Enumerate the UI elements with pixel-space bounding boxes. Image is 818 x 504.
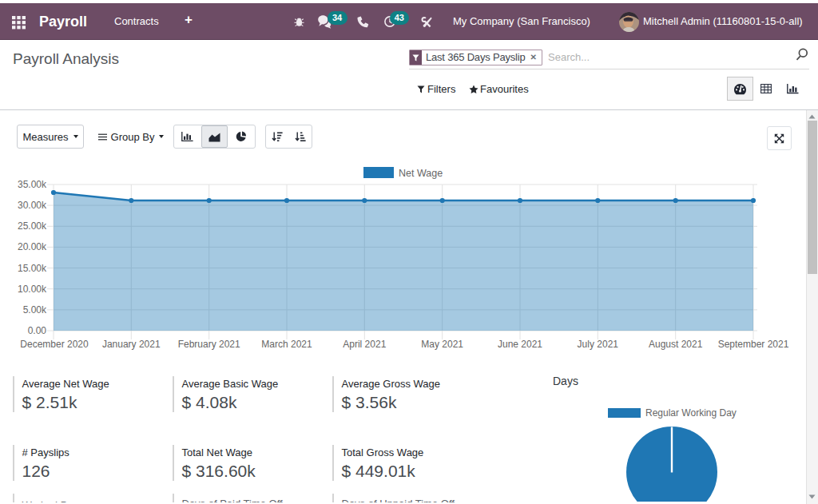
svg-text:January 2021: January 2021 (102, 339, 161, 350)
svg-text:20.00k: 20.00k (18, 241, 47, 252)
svg-text:March 2021: March 2021 (261, 339, 312, 350)
svg-text:April 2021: April 2021 (343, 339, 386, 350)
svg-text:July 2021: July 2021 (578, 339, 619, 350)
svg-text:June 2021: June 2021 (498, 339, 542, 350)
svg-text:August 2021: August 2021 (649, 339, 703, 350)
svg-text:September 2021: September 2021 (718, 339, 789, 350)
svg-text:35.00k: 35.00k (18, 179, 47, 190)
svg-text:December 2020: December 2020 (20, 339, 89, 350)
svg-text:30.00k: 30.00k (18, 200, 47, 211)
svg-text:15.00k: 15.00k (18, 263, 47, 274)
svg-text:May 2021: May 2021 (421, 339, 463, 350)
svg-text:Net Wage: Net Wage (399, 168, 443, 179)
svg-text:February 2021: February 2021 (178, 339, 240, 350)
svg-text:5.00k: 5.00k (23, 304, 47, 315)
svg-text:25.00k: 25.00k (18, 220, 47, 232)
svg-text:0.00: 0.00 (28, 325, 47, 336)
svg-text:10.00k: 10.00k (18, 284, 47, 295)
